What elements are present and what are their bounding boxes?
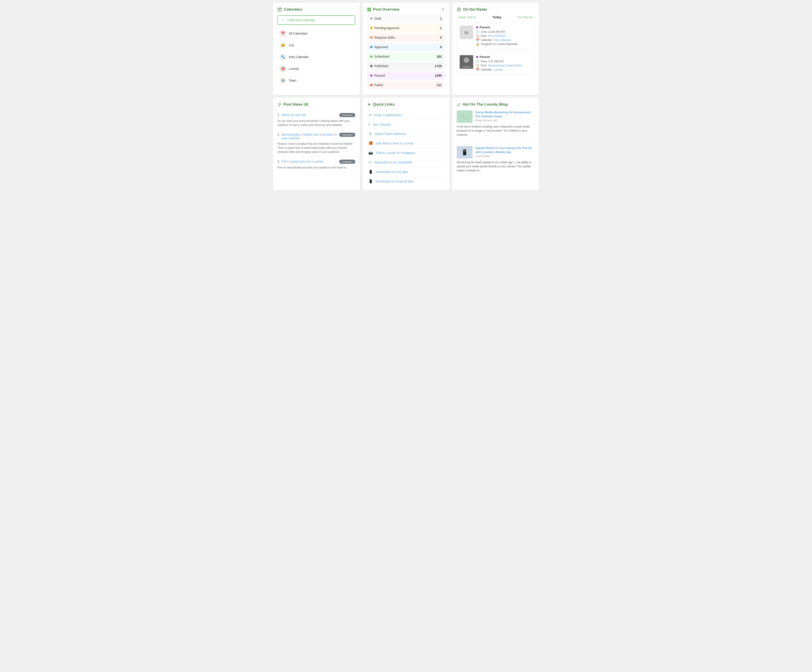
gift-icon: 🎁 bbox=[368, 141, 373, 145]
lightning-icon bbox=[367, 102, 371, 107]
radar-prev-link[interactable]: < Wed, Feb 07 bbox=[457, 15, 476, 19]
post-overview-title: Post Overview bbox=[367, 7, 399, 12]
radar-thumb-1 bbox=[460, 55, 473, 69]
radar-assigned-0: 🔒 Assigned To: Louise Rabussier bbox=[476, 43, 532, 46]
quick-link-tutorials[interactable]: ℹ See Tutorials bbox=[367, 120, 445, 129]
idea-title-link-2[interactable]: Turn a great post into a series bbox=[281, 160, 323, 163]
blog-title-link-1[interactable]: Upload Media to Your Library On-The-Go w… bbox=[475, 146, 532, 154]
svg-point-15 bbox=[464, 58, 469, 63]
post-icon-0: 📋 bbox=[476, 34, 479, 37]
radar-thumb-0 bbox=[460, 26, 473, 39]
radar-info-1: Passed 🕐 Time: 7:07 AM PST 📋 Post: Repur… bbox=[476, 55, 532, 72]
post-overview-icon bbox=[367, 7, 371, 12]
quick-links-card: Quick Links ✉ Invite Collaborators ℹ See… bbox=[363, 98, 449, 191]
idea-desc-0: Do you have any funny fail stories? Shar… bbox=[278, 119, 355, 127]
blog-title-link-0[interactable]: Social Media Marketing for Restaurants: … bbox=[475, 111, 531, 118]
radar-post-link-1[interactable]: Repurposing Content B Roll bbox=[488, 64, 522, 67]
radar-info-0: Passed 🕐 Time: 12:00 AM PST 📋 Post: Post… bbox=[476, 26, 532, 47]
post-row-approved[interactable]: Approved 0 bbox=[367, 43, 445, 51]
idea-badge-2: Inspiration bbox=[339, 160, 355, 164]
quick-link-instagram[interactable]: 📷 Follow Loomly on Instagram bbox=[367, 148, 445, 158]
post-row-pending[interactable]: Pending Approval 1 bbox=[367, 24, 445, 32]
quick-links-list: ✉ Invite Collaborators ℹ See Tutorials 🖥… bbox=[367, 111, 445, 186]
calendar-icon-team: ⚙️ bbox=[279, 77, 287, 84]
post-row-passed[interactable]: Passed 1295 bbox=[367, 71, 445, 80]
radar-item-1: Passed 🕐 Time: 7:07 AM PST 📋 Post: Repur… bbox=[457, 52, 534, 75]
calendar-item-cat[interactable]: 🐱 Cat bbox=[278, 39, 355, 51]
radar-time-1: 🕐 Time: 7:07 AM PST bbox=[476, 60, 532, 63]
calendar-list: 📅 All Calendars 🐱 Cat 🐾 Kitty Calendar 🎯… bbox=[278, 27, 355, 87]
calendar-item-all[interactable]: 📅 All Calendars bbox=[278, 27, 355, 39]
radar-status-0: Passed bbox=[476, 26, 532, 29]
idea-title-link-0[interactable]: Share an epic fail bbox=[281, 113, 306, 117]
quick-link-android[interactable]: 📱 Download our Android App bbox=[367, 177, 445, 186]
radar-calendar-link-1[interactable]: Loomly bbox=[494, 68, 503, 71]
filter-icon[interactable]: ▼ bbox=[441, 7, 445, 12]
calendars-title: Calendars bbox=[278, 7, 355, 12]
post-row-draft[interactable]: Draft 1 bbox=[367, 14, 445, 23]
radar-post-link-0[interactable]: Post 30322327 bbox=[488, 34, 507, 37]
idea-item-0: 1. Share an epic fail Inspiration Do you… bbox=[278, 111, 355, 130]
blog-thumb-0: 🍴 bbox=[457, 111, 473, 123]
hot-blog-card: Hot On The Loomly Blog 🍴 Social Media Ma… bbox=[452, 98, 539, 191]
calendars-card: Calendars ＋ + Add New Calendar 📅 All Cal… bbox=[273, 3, 360, 95]
blog-item-top-1: 📱 Upload Media to Your Library On-The-Go… bbox=[457, 146, 534, 158]
on-the-radar-title: On the Radar bbox=[457, 7, 534, 12]
newsletter-icon: ✉ bbox=[368, 160, 371, 164]
radar-status-1: Passed bbox=[476, 55, 532, 59]
quick-link-ios[interactable]: 📱 Download our iOS App bbox=[367, 167, 445, 177]
idea-title-link-1[interactable]: Demonstrate a helpful tool or product in… bbox=[281, 133, 338, 140]
calendar-row-icon-1: 📅 bbox=[476, 68, 479, 71]
blog-text-1: Upload Media to Your Library On-The-Go w… bbox=[475, 146, 534, 158]
calendar-item-kitty[interactable]: 🐾 Kitty Calendar bbox=[278, 51, 355, 63]
post-overview-header: Post Overview ▼ bbox=[367, 7, 445, 12]
blog-item-top-0: 🍴 Social Media Marketing for Restaurants… bbox=[457, 111, 534, 123]
scheduled-dot-icon bbox=[370, 55, 372, 58]
idea-desc-2: Pick an educational post that your audie… bbox=[278, 165, 355, 170]
idea-header-0: 1. Share an epic fail Inspiration bbox=[278, 113, 355, 117]
blog-desc-0: In the era of endless scrolling, your re… bbox=[457, 124, 534, 137]
android-icon: 📱 bbox=[368, 179, 373, 184]
post-icon-1: 📋 bbox=[476, 64, 479, 67]
idea-desc-1: Feature a tool or product that your foll… bbox=[278, 142, 355, 154]
svg-rect-5 bbox=[280, 10, 280, 10]
radar-today-label: Today bbox=[493, 15, 502, 19]
ios-icon: 📱 bbox=[368, 170, 373, 174]
calendar-item-loomly[interactable]: 🎯 Loomly bbox=[278, 63, 355, 75]
monitor-icon: 🖥 bbox=[368, 132, 372, 136]
post-row-scheduled[interactable]: Scheduled 182 bbox=[367, 53, 445, 61]
radar-item-0: Passed 🕐 Time: 12:00 AM PST 📋 Post: Post… bbox=[457, 23, 534, 49]
post-row-requires[interactable]: Requires Edits 0 bbox=[367, 34, 445, 42]
radar-status-dot-0 bbox=[476, 26, 478, 29]
calendar-item-team[interactable]: ⚙️ Team bbox=[278, 75, 355, 87]
calendar-icon-kitty: 🐾 bbox=[279, 53, 287, 61]
idea-badge-1: Inspiration bbox=[339, 133, 355, 137]
idea-header-1: 2. Demonstrate a helpful tool or product… bbox=[278, 133, 355, 140]
quick-link-webinars[interactable]: 🖥 Watch Flash Webinars bbox=[367, 129, 445, 139]
clock-icon-0: 🕐 bbox=[476, 30, 479, 34]
quick-link-newsletter[interactable]: ✉ Subscribe to our newsletter bbox=[367, 158, 445, 167]
on-the-radar-card: On the Radar < Wed, Feb 07 Today Fri, Fe… bbox=[452, 3, 539, 95]
radar-icon bbox=[457, 7, 461, 12]
add-calendar-button[interactable]: ＋ + Add New Calendar bbox=[278, 15, 355, 25]
radar-calendar-link-0[interactable]: Kitty Calendar bbox=[494, 38, 511, 42]
calendar-icon-cat: 🐱 bbox=[279, 42, 287, 49]
draft-dot-icon bbox=[370, 17, 372, 20]
radar-status-dot-1 bbox=[476, 56, 478, 58]
clock-icon-1: 🕐 bbox=[476, 60, 479, 63]
failed-dot-icon bbox=[370, 84, 372, 86]
quick-link-invite[interactable]: ✉ Invite Collaborators bbox=[367, 111, 445, 120]
radar-next-link[interactable]: Fri, Feb 09 > bbox=[518, 15, 534, 19]
approved-dot-icon bbox=[370, 46, 372, 48]
blog-item-1: 📱 Upload Media to Your Library On-The-Go… bbox=[457, 146, 534, 177]
post-row-published[interactable]: Published 1725 bbox=[367, 62, 445, 70]
pending-dot-icon bbox=[370, 27, 372, 29]
blog-source-1: Loomly News bbox=[475, 155, 534, 157]
hot-blog-title: Hot On The Loomly Blog bbox=[457, 102, 534, 107]
quick-link-whats-new[interactable]: 🎁 See What's New in Loomly bbox=[367, 139, 445, 148]
post-row-failed[interactable]: Failed 111 bbox=[367, 81, 445, 89]
idea-item-1: 2. Demonstrate a helpful tool or product… bbox=[278, 130, 355, 157]
calendar-icon-all: 📅 bbox=[279, 30, 287, 37]
calendar-icon-loomly: 🎯 bbox=[279, 65, 287, 72]
radar-time-0: 🕐 Time: 12:00 AM PST bbox=[476, 30, 532, 34]
